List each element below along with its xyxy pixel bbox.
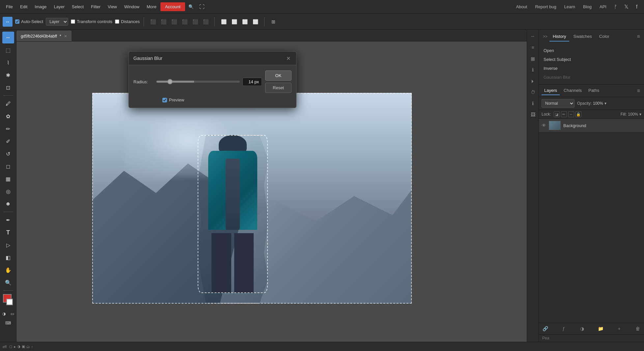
link-layers-btn[interactable]: 🔗	[542, 325, 549, 332]
layers-tab[interactable]: Layers	[542, 86, 560, 95]
transform-controls-checkbox[interactable]: Transform controls	[71, 19, 112, 24]
tab-close-btn[interactable]: ✕	[64, 34, 67, 39]
menu-layer[interactable]: Layer	[51, 2, 68, 11]
panel-collapse-btn[interactable]: >>	[542, 33, 549, 40]
canvas-container[interactable]: Gaussian Blur ✕ Radius: 14 px	[16, 41, 527, 342]
ok-button[interactable]: OK	[265, 70, 292, 81]
eyedropper-tool[interactable]: 🖉	[2, 98, 14, 110]
distances-input[interactable]	[115, 19, 119, 24]
dist-top-icon[interactable]: ⬜	[250, 17, 260, 27]
dialog-close-btn[interactable]: ✕	[285, 55, 292, 62]
auto-select-checkbox[interactable]: Auto-Select	[15, 19, 43, 24]
path-select-tool[interactable]: ▷	[2, 239, 14, 251]
panel-icon-7[interactable]: 🖼	[528, 110, 538, 119]
keyboard-icon[interactable]: ⌨	[4, 319, 12, 327]
screen-mode-icon[interactable]: ▭	[9, 310, 16, 318]
menu-window[interactable]: Window	[121, 2, 143, 11]
shape-tool[interactable]: ◧	[2, 252, 14, 263]
layer-effects-btn[interactable]: ƒ	[560, 325, 567, 332]
preview-checkbox-label[interactable]: Preview	[162, 97, 184, 102]
eraser-tool[interactable]: ◻	[2, 160, 14, 172]
dist-left-icon[interactable]: ⬜	[219, 17, 229, 27]
reset-button[interactable]: Reset	[265, 83, 292, 93]
panel-icon-4[interactable]: ⏵	[528, 76, 538, 86]
menu-view[interactable]: View	[104, 2, 120, 11]
panel-icon-3[interactable]: ℹ	[528, 65, 538, 74]
menu-report-bug[interactable]: Report bug	[532, 2, 559, 11]
transform-controls-input[interactable]	[71, 19, 75, 24]
menu-blog[interactable]: Blog	[580, 2, 595, 11]
history-item-select[interactable]: Select Subject	[539, 55, 644, 64]
quick-mask-icon[interactable]: ◑	[0, 310, 8, 318]
tab-color[interactable]: Color	[596, 32, 613, 41]
blend-mode-select[interactable]: Normal Multiply Screen Overlay	[542, 99, 574, 108]
clone-tool[interactable]: ✐	[2, 135, 14, 147]
hand-tool[interactable]: ✋	[2, 264, 14, 276]
grid-icon[interactable]: ⊞	[268, 17, 278, 27]
layer-select[interactable]: Layer Group	[46, 18, 68, 26]
blur-tool[interactable]: ◎	[2, 185, 14, 197]
distances-checkbox[interactable]: Distances	[115, 19, 140, 24]
history-item-blur[interactable]: Gaussian Blur	[539, 73, 644, 82]
menu-more[interactable]: More	[143, 2, 160, 11]
pen-tool[interactable]: ✒	[2, 214, 14, 226]
fill-arrow[interactable]: ▾	[639, 112, 641, 117]
layer-visibility-icon[interactable]: 👁	[542, 123, 546, 128]
reddit-icon[interactable]: ᚠ	[611, 2, 620, 12]
panel-menu-icon[interactable]: ≡	[636, 32, 641, 41]
crop-tool[interactable]: ⊡	[2, 82, 14, 94]
align-center-icon[interactable]: ⬛	[158, 17, 168, 27]
dist-center-icon[interactable]: ⬜	[229, 17, 239, 27]
select-tool[interactable]: ↔	[2, 32, 14, 43]
align-vcenter-icon[interactable]: ⬛	[190, 17, 200, 27]
zoom-tool[interactable]: 🔍	[2, 277, 14, 288]
quick-select-tool[interactable]: ✱	[2, 69, 14, 81]
menu-about[interactable]: About	[513, 2, 530, 11]
radius-slider[interactable]	[156, 81, 240, 83]
align-right-icon[interactable]: ⬛	[169, 17, 179, 27]
facebook-icon[interactable]: f	[632, 2, 641, 12]
menu-edit[interactable]: Edit	[17, 2, 31, 11]
background-color[interactable]	[6, 299, 13, 305]
lock-position-icon[interactable]: ↔	[568, 111, 574, 117]
layers-menu-icon[interactable]: ≡	[636, 87, 641, 95]
menu-file[interactable]: File	[3, 2, 16, 11]
new-layer-btn[interactable]: +	[616, 325, 623, 332]
expand-icon[interactable]: ↔	[528, 32, 538, 41]
fullscreen-icon[interactable]: ⛶	[197, 2, 207, 12]
menu-image[interactable]: Image	[31, 2, 50, 11]
lasso-tool[interactable]: ⌇	[2, 57, 14, 68]
history-item-inverse[interactable]: Inverse	[539, 64, 644, 73]
paths-tab[interactable]: Paths	[586, 86, 602, 95]
panel-icon-2[interactable]: ▦	[528, 54, 538, 63]
opacity-arrow[interactable]: ▾	[604, 101, 606, 106]
gradient-tool[interactable]: ▦	[2, 173, 14, 185]
document-tab[interactable]: gd5fb2246d43b4abff * ✕	[16, 31, 71, 41]
dist-right-icon[interactable]: ⬜	[240, 17, 250, 27]
lock-pixels-icon[interactable]: ✏	[561, 111, 567, 117]
brush-tool[interactable]: ✏	[2, 123, 14, 135]
menu-account[interactable]: Account	[160, 2, 185, 11]
menu-api[interactable]: API	[596, 2, 610, 11]
tab-history[interactable]: History	[549, 32, 569, 41]
panel-icon-1[interactable]: ≡	[528, 43, 538, 52]
panel-icon-6[interactable]: ℹ	[528, 99, 538, 108]
menu-filter[interactable]: Filter	[88, 2, 104, 11]
text-tool[interactable]: T	[2, 227, 14, 238]
delete-layer-btn[interactable]: 🗑	[634, 325, 641, 332]
history-item-open[interactable]: Open	[539, 46, 644, 55]
dodge-tool[interactable]: ☻	[2, 198, 14, 210]
align-left-icon[interactable]: ⬛	[148, 17, 158, 27]
layer-background[interactable]: 👁 Background	[539, 119, 644, 132]
channels-tab[interactable]: Channels	[561, 86, 584, 95]
marquee-tool[interactable]: ⬚	[2, 44, 14, 56]
align-bottom-icon[interactable]: ⬛	[201, 17, 210, 27]
lock-all-icon[interactable]: 🔒	[575, 111, 581, 117]
twitter-icon[interactable]: 𝕏	[622, 2, 631, 12]
move-tool-icon[interactable]: ↔	[3, 17, 13, 27]
align-top-icon[interactable]: ⬛	[180, 17, 189, 27]
tab-swatches[interactable]: Swatches	[570, 32, 595, 41]
search-icon[interactable]: 🔍	[186, 2, 196, 12]
menu-learn[interactable]: Learn	[561, 2, 578, 11]
panel-icon-5[interactable]: ⏱	[528, 88, 538, 97]
